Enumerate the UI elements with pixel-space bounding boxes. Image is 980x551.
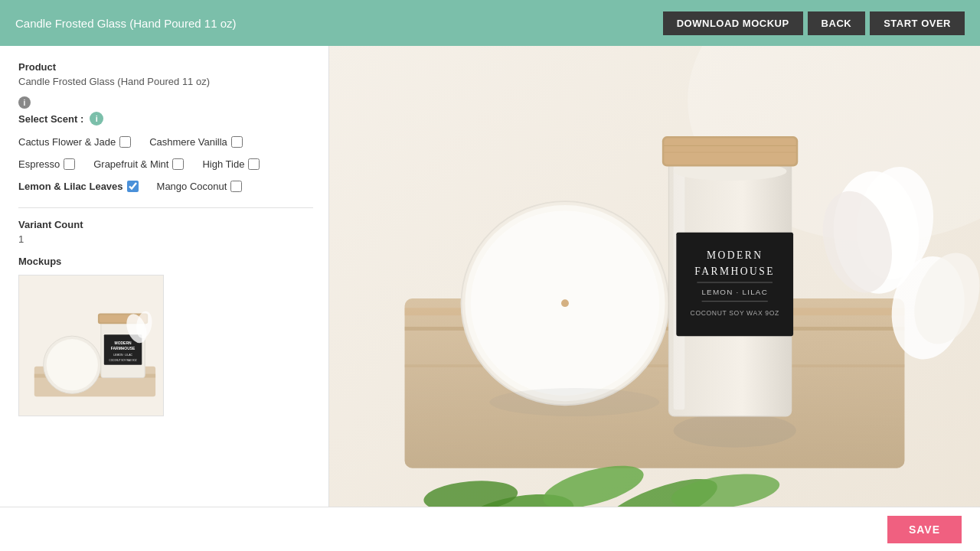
scent-checkbox-cactus[interactable] xyxy=(119,136,131,148)
scent-grid: Cactus Flower & Jade Cashmere Vanilla Es… xyxy=(18,136,313,192)
left-panel: Product Candle Frosted Glass (Hand Poure… xyxy=(0,46,329,551)
scent-item-cactus: Cactus Flower & Jade xyxy=(18,136,131,148)
scent-label-lemon: Lemon & Lilac Leaves xyxy=(18,181,123,192)
svg-point-36 xyxy=(674,413,796,447)
right-panel: MODERN FARMHOUSE LEMON · LILAC COCONUT S… xyxy=(329,46,980,551)
svg-text:FARMHOUSE: FARMHOUSE xyxy=(111,347,136,350)
save-button[interactable]: SAVE xyxy=(887,516,962,543)
svg-rect-41 xyxy=(676,233,793,337)
svg-text:FARMHOUSE: FARMHOUSE xyxy=(694,266,775,277)
info-icon: i xyxy=(18,96,31,109)
scent-item-mango: Mango Coconut xyxy=(157,181,243,192)
svg-point-35 xyxy=(489,388,659,416)
scent-checkbox-espresso[interactable] xyxy=(64,158,75,170)
scent-label-grapefruit: Grapefruit & Mint xyxy=(93,158,168,170)
variant-count-label: Variant Count xyxy=(18,219,313,230)
svg-text:MODERN: MODERN xyxy=(115,341,132,345)
header-title: Candle Frosted Glass (Hand Poured 11 oz) xyxy=(15,17,236,30)
svg-text:COCONUT SOY WAX 9OZ: COCONUT SOY WAX 9OZ xyxy=(109,359,137,362)
select-scent-label: Select Scent : xyxy=(18,113,83,125)
scent-item-hightide: High Tide xyxy=(202,158,260,170)
select-scent-row: Select Scent : i xyxy=(18,112,313,126)
divider xyxy=(18,207,313,208)
scent-checkbox-cashmere[interactable] xyxy=(231,136,243,148)
scent-checkbox-grapefruit[interactable] xyxy=(172,158,184,170)
scent-checkbox-lemon[interactable] xyxy=(127,181,139,192)
thumbnail-svg: MODERN FARMHOUSE LEMON · LILAC COCONUT S… xyxy=(19,275,163,416)
svg-text:LEMON · LILAC: LEMON · LILAC xyxy=(113,354,132,357)
scent-row-3: Lemon & Lilac Leaves Mango Coconut xyxy=(18,181,313,192)
product-name: Candle Frosted Glass (Hand Poured 11 oz) xyxy=(18,76,313,87)
scent-row-2: Espresso Grapefruit & Mint High Tide xyxy=(18,158,313,170)
back-button[interactable]: BACK xyxy=(808,11,866,35)
scent-item-grapefruit: Grapefruit & Mint xyxy=(93,158,184,170)
scent-label-cashmere: Cashmere Vanilla xyxy=(149,136,227,148)
main-mockup-svg: MODERN FARMHOUSE LEMON · LILAC COCONUT S… xyxy=(329,46,980,551)
svg-text:COCONUT SOY WAX 9OZ: COCONUT SOY WAX 9OZ xyxy=(691,309,779,317)
download-mockup-button[interactable]: DOWNLOAD MOCKUP xyxy=(663,11,803,35)
app-header: Candle Frosted Glass (Hand Poured 11 oz)… xyxy=(0,0,980,46)
mockup-thumbnail[interactable]: MODERN FARMHOUSE LEMON · LILAC COCONUT S… xyxy=(18,275,164,416)
main-content: Product Candle Frosted Glass (Hand Poure… xyxy=(0,46,980,551)
scent-label-espresso: Espresso xyxy=(18,158,60,170)
scent-item-cashmere: Cashmere Vanilla xyxy=(149,136,243,148)
scent-checkbox-hightide[interactable] xyxy=(248,158,260,170)
info-icon-row: i xyxy=(18,96,313,109)
scent-info-icon[interactable]: i xyxy=(90,112,103,126)
variant-count-value: 1 xyxy=(18,233,313,245)
bottom-bar: SAVE xyxy=(0,507,980,551)
scent-item-espresso: Espresso xyxy=(18,158,75,170)
scent-item-lemon: Lemon & Lilac Leaves xyxy=(18,181,139,192)
svg-text:MODERN: MODERN xyxy=(707,249,763,261)
scent-label-cactus: Cactus Flower & Jade xyxy=(18,136,116,148)
mockups-label: Mockups xyxy=(18,256,313,267)
scent-row-1: Cactus Flower & Jade Cashmere Vanilla xyxy=(18,136,313,148)
svg-point-4 xyxy=(47,339,98,390)
header-buttons: DOWNLOAD MOCKUP BACK START OVER xyxy=(663,11,965,35)
start-over-button[interactable]: START OVER xyxy=(870,11,965,35)
product-section-label: Product xyxy=(18,61,313,73)
scent-label-hightide: High Tide xyxy=(202,158,244,170)
scent-label-mango: Mango Coconut xyxy=(157,181,227,192)
svg-point-34 xyxy=(561,299,569,307)
svg-text:LEMON · LILAC: LEMON · LILAC xyxy=(701,288,768,296)
svg-rect-49 xyxy=(664,139,795,165)
svg-rect-20 xyxy=(405,364,905,367)
scent-checkbox-mango[interactable] xyxy=(230,181,242,192)
